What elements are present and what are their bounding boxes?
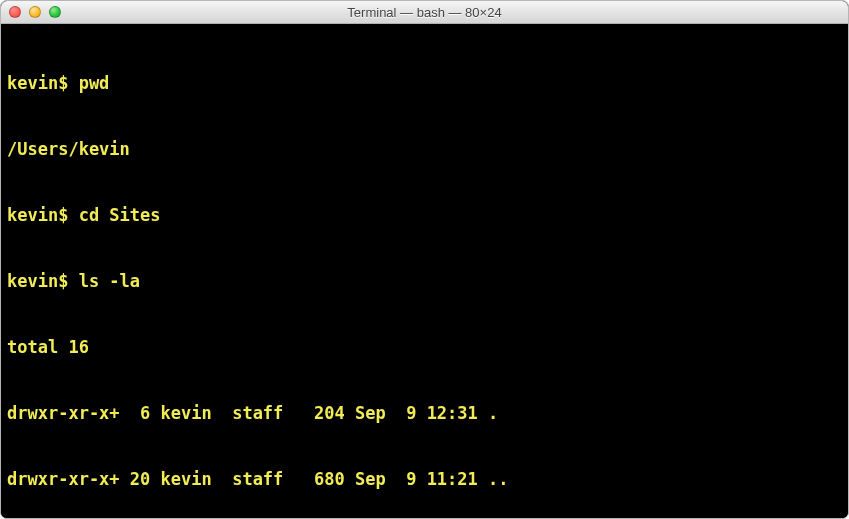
minimize-icon[interactable] [29, 6, 41, 18]
terminal-line: total 16 [7, 336, 842, 358]
terminal-line: /Users/kevin [7, 138, 842, 160]
terminal-line: kevin$ ls -la [7, 270, 842, 292]
terminal-line: kevin$ pwd [7, 72, 842, 94]
terminal-body[interactable]: kevin$ pwd /Users/kevin kevin$ cd Sites … [1, 24, 848, 518]
title-bar[interactable]: Terminal — bash — 80×24 [1, 1, 848, 24]
zoom-icon[interactable] [49, 6, 61, 18]
terminal-line: drwxr-xr-x+ 20 kevin staff 680 Sep 9 11:… [7, 468, 842, 490]
window-title: Terminal — bash — 80×24 [1, 5, 848, 20]
terminal-line: kevin$ cd Sites [7, 204, 842, 226]
terminal-window: Terminal — bash — 80×24 kevin$ pwd /User… [0, 0, 849, 519]
close-icon[interactable] [9, 6, 21, 18]
terminal-line: drwxr-xr-x+ 6 kevin staff 204 Sep 9 12:3… [7, 402, 842, 424]
window-controls [9, 6, 61, 18]
